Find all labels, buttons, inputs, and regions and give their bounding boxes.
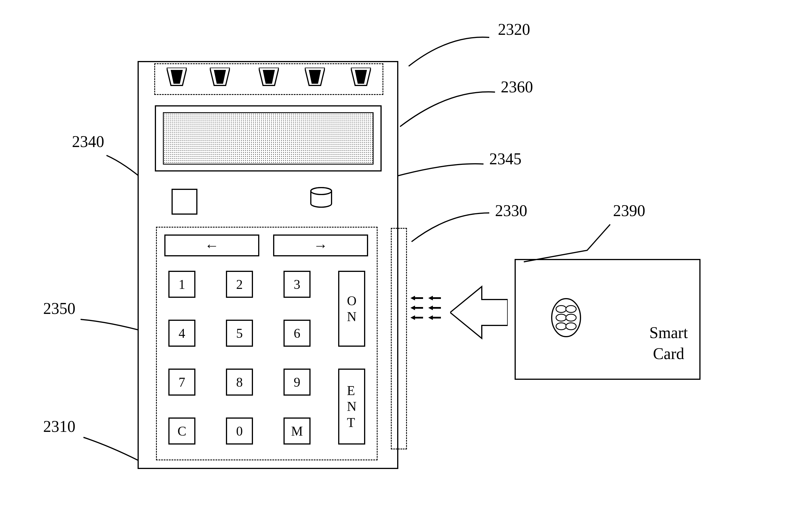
arrow-left-icon xyxy=(410,306,423,310)
svg-point-25 xyxy=(566,323,576,330)
key-8[interactable]: 8 xyxy=(226,369,253,396)
display-screen xyxy=(155,105,382,172)
key-3[interactable]: 3 xyxy=(283,271,311,298)
ref-2320: 2320 xyxy=(498,20,530,39)
key-2[interactable]: 2 xyxy=(226,271,253,298)
arrow-left-icon xyxy=(428,306,441,310)
svg-marker-9 xyxy=(355,70,367,84)
cylinder-knob[interactable] xyxy=(310,187,333,208)
ref-2390: 2390 xyxy=(613,201,645,220)
svg-marker-13 xyxy=(428,296,441,300)
key-5[interactable]: 5 xyxy=(226,320,253,347)
port-3[interactable] xyxy=(259,67,279,91)
key-c[interactable]: C xyxy=(169,417,195,445)
smart-card[interactable]: Smart Card xyxy=(515,259,701,380)
arrow-left-icon xyxy=(428,315,441,320)
ref-2350: 2350 xyxy=(43,299,75,318)
svg-marker-16 xyxy=(410,315,423,320)
ref-2340: 2340 xyxy=(72,132,104,151)
port-2[interactable] xyxy=(210,67,230,91)
svg-marker-17 xyxy=(428,315,441,320)
chip-icon xyxy=(550,297,582,338)
port-4[interactable] xyxy=(305,67,325,91)
insert-arrow-icon xyxy=(450,284,508,341)
port-area xyxy=(154,63,383,95)
ref-2345: 2345 xyxy=(489,150,521,168)
arrow-left-icon xyxy=(410,296,423,300)
patent-figure: 2320 2360 2340 2345 2330 2390 2350 2310 xyxy=(0,0,788,532)
svg-point-21 xyxy=(566,306,576,313)
svg-marker-15 xyxy=(428,306,441,310)
key-9[interactable]: 9 xyxy=(283,369,311,396)
svg-point-11 xyxy=(311,188,332,195)
svg-marker-12 xyxy=(410,296,423,300)
card-slot[interactable] xyxy=(391,228,407,449)
nav-right-button[interactable]: → xyxy=(273,235,368,256)
svg-marker-3 xyxy=(214,70,226,84)
key-0[interactable]: 0 xyxy=(226,417,253,445)
card-label: Smart Card xyxy=(649,322,688,364)
key-6[interactable]: 6 xyxy=(283,320,311,347)
nav-left-button[interactable]: ← xyxy=(164,235,259,256)
svg-marker-5 xyxy=(263,70,275,84)
svg-marker-1 xyxy=(171,70,183,84)
svg-point-23 xyxy=(566,314,576,321)
ref-2330: 2330 xyxy=(495,201,527,220)
arrow-left-icon: ← xyxy=(204,237,219,254)
key-1[interactable]: 1 xyxy=(169,271,195,298)
svg-marker-18 xyxy=(450,287,508,338)
square-sensor[interactable] xyxy=(172,189,197,215)
key-ent[interactable]: E N T xyxy=(338,369,365,445)
device-body: ← → 1 2 3 O N 4 5 6 7 8 9 E N T C 0 M xyxy=(138,61,398,469)
key-7[interactable]: 7 xyxy=(169,369,195,396)
svg-point-22 xyxy=(556,314,566,321)
svg-point-20 xyxy=(556,306,566,313)
key-4[interactable]: 4 xyxy=(169,320,195,347)
svg-point-24 xyxy=(556,323,566,330)
ref-2310: 2310 xyxy=(43,417,75,436)
key-on[interactable]: O N xyxy=(338,271,365,347)
svg-marker-14 xyxy=(410,306,423,310)
keypad-area: ← → 1 2 3 O N 4 5 6 7 8 9 E N T C 0 M xyxy=(156,227,378,460)
port-5[interactable] xyxy=(351,67,371,91)
key-m[interactable]: M xyxy=(283,417,311,445)
ref-2360: 2360 xyxy=(501,78,533,96)
arrow-left-icon xyxy=(410,315,423,320)
arrow-right-icon: → xyxy=(313,237,328,254)
display-inner xyxy=(163,112,374,164)
comm-arrows xyxy=(410,296,445,333)
port-1[interactable] xyxy=(166,67,187,91)
arrow-left-icon xyxy=(428,296,441,300)
svg-marker-7 xyxy=(309,70,321,84)
